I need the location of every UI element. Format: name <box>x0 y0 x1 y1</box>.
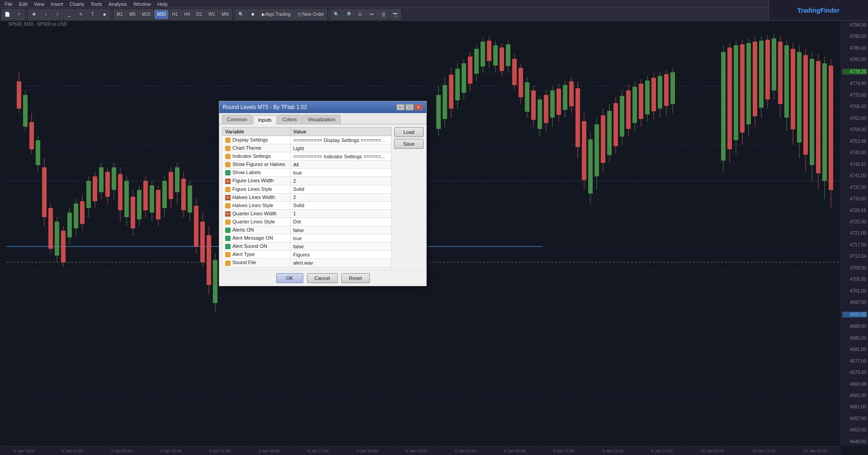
row-value-12[interactable]: true <box>290 234 391 242</box>
table-row[interactable]: Display Settings========== Display Setti… <box>222 136 392 144</box>
time-jan4-09: 4 Jan 09:00 <box>259 449 280 453</box>
svg-rect-117 <box>506 44 510 66</box>
cancel-button[interactable]: Cancel <box>307 273 338 283</box>
ok-button[interactable]: OK <box>276 273 303 283</box>
svg-rect-51 <box>80 201 85 224</box>
open-btn[interactable]: + <box>14 9 24 19</box>
menu-help[interactable]: Help <box>155 0 170 8</box>
scroll-btn[interactable]: ↦ <box>366 9 377 19</box>
maximize-button[interactable]: □ <box>406 104 414 110</box>
load-button[interactable]: Load <box>394 127 424 137</box>
price-4782: 4782.00 <box>842 57 867 62</box>
zoom-out2-btn[interactable]: 🔎 <box>343 9 354 19</box>
row-value-7[interactable]: 2 <box>290 193 391 201</box>
table-row[interactable]: 01Figure Lines Width2 <box>222 177 392 185</box>
row-value-15[interactable]: alert.wav <box>290 259 391 267</box>
shapes-btn[interactable]: ■ <box>99 9 110 19</box>
zoom-out-btn[interactable]: 🔍 <box>236 9 246 19</box>
svg-rect-185 <box>765 40 770 100</box>
tf-m5[interactable]: M5 <box>127 9 138 19</box>
row-value-6[interactable]: Solid <box>290 185 391 193</box>
table-row[interactable]: Alert Message ONtrue <box>222 234 392 242</box>
tf-m30[interactable]: M30 <box>154 9 168 19</box>
row-value-13[interactable]: false <box>290 242 391 251</box>
svg-rect-85 <box>188 185 192 213</box>
row-icon-9: 01 <box>225 211 231 217</box>
table-row[interactable]: Chart ThemeLight <box>222 144 392 152</box>
minimize-button[interactable]: — <box>396 104 405 110</box>
row-value-1[interactable]: Light <box>290 144 391 152</box>
row-value-3[interactable]: All <box>290 161 391 169</box>
row-value-10[interactable]: Dot <box>290 218 391 226</box>
row-value-0[interactable]: ========== Display Settings =======... <box>290 136 391 144</box>
hline-btn[interactable]: ⎯ <box>64 9 75 19</box>
menu-file[interactable]: File <box>2 0 15 8</box>
zoom-in-btn[interactable]: 🔍 <box>331 9 342 19</box>
table-row[interactable]: Show Figures or HalvesAll <box>222 161 392 169</box>
chart-background: 4770.93 4701.00 <box>0 0 868 455</box>
tf-m1[interactable]: M1 <box>114 9 126 19</box>
tf-w1[interactable]: W1 <box>206 9 218 19</box>
table-row[interactable]: Quarter Lines StyleDot <box>222 218 392 226</box>
menu-tools[interactable]: Tools <box>88 0 105 8</box>
table-row[interactable]: Alerts ONfalse <box>222 226 392 234</box>
new-chart-btn[interactable]: 📄 <box>2 9 13 19</box>
row-value-14[interactable]: Figures <box>290 251 391 259</box>
algo-trading-btn[interactable]: ▶ Algo Trading <box>259 9 293 19</box>
price-4749: 4749.00 <box>842 150 867 155</box>
more-btn[interactable]: ||| <box>378 9 389 19</box>
table-row[interactable]: 01Halves Lines Width2 <box>222 193 392 201</box>
tf-h4[interactable]: H4 <box>182 9 193 19</box>
table-row[interactable]: Halves Lines StyleSolid <box>222 201 392 209</box>
screenshot-btn[interactable]: 📷 <box>390 9 401 19</box>
price-4657: 4657.00 <box>842 416 867 421</box>
time-jan8-17: 8 Jan 17:00 <box>553 449 575 453</box>
tab-inputs[interactable]: Inputs <box>253 115 277 124</box>
table-row[interactable]: 01Quarter Lines Width1 <box>222 209 392 218</box>
tf-mn[interactable]: MN <box>219 9 231 19</box>
table-row[interactable]: Alert TypeFigures <box>222 251 392 259</box>
grid-btn[interactable]: ☷ <box>354 9 365 19</box>
move-btn[interactable]: ↕ <box>40 9 51 19</box>
svg-rect-141 <box>582 121 586 180</box>
table-row[interactable]: Indicator Settings========== Indicator S… <box>222 152 392 161</box>
tab-colors[interactable]: Colors <box>278 115 302 124</box>
svg-rect-161 <box>645 81 650 114</box>
menu-charts[interactable]: Charts <box>67 0 87 8</box>
row-value-11[interactable]: false <box>290 226 391 234</box>
svg-rect-91 <box>207 235 211 285</box>
draw-btn[interactable]: ✎ <box>75 9 86 19</box>
close-button[interactable]: ✕ <box>415 104 423 110</box>
row-icon-11 <box>225 228 231 233</box>
tf-d1[interactable]: D1 <box>193 9 205 19</box>
tf-m15[interactable]: M15 <box>139 9 153 19</box>
row-value-9[interactable]: 1 <box>290 209 391 218</box>
menu-edit[interactable]: Edit <box>16 0 30 8</box>
crosshair-btn[interactable]: ✚ <box>28 9 39 19</box>
menu-insert[interactable]: Insert <box>48 0 66 8</box>
svg-rect-67 <box>131 197 135 228</box>
table-row[interactable]: Show Labelstrue <box>222 169 392 177</box>
menu-analysis[interactable]: Analysis <box>106 0 130 8</box>
table-row[interactable]: Sound Filealert.wav <box>222 259 392 267</box>
tf-h1[interactable]: H1 <box>170 9 181 19</box>
row-value-5[interactable]: 2 <box>290 177 391 185</box>
zoom-chart-btn[interactable]: ◽ <box>247 9 258 19</box>
new-order-btn[interactable]: 🛒 New Order <box>294 9 327 19</box>
save-button[interactable]: Save <box>394 139 424 149</box>
row-value-8[interactable]: Solid <box>290 201 391 209</box>
menu-window[interactable]: Window <box>131 0 154 8</box>
row-icon-2 <box>225 154 231 159</box>
text-btn[interactable]: T <box>87 9 98 19</box>
tab-visualization[interactable]: Visualization <box>302 115 340 124</box>
table-row[interactable]: Figure Lines StyleSolid <box>222 185 392 193</box>
row-value-4[interactable]: true <box>290 169 391 177</box>
svg-rect-73 <box>150 185 154 213</box>
tab-common[interactable]: Common <box>222 115 252 124</box>
row-value-2[interactable]: ========== Indicator Settings ======... <box>290 152 391 161</box>
line-btn[interactable]: / <box>52 9 63 19</box>
table-row[interactable]: Alert Sound ONfalse <box>222 242 392 251</box>
svg-rect-151 <box>613 103 618 146</box>
menu-view[interactable]: View <box>31 0 47 8</box>
reset-button[interactable]: Reset <box>341 273 370 283</box>
